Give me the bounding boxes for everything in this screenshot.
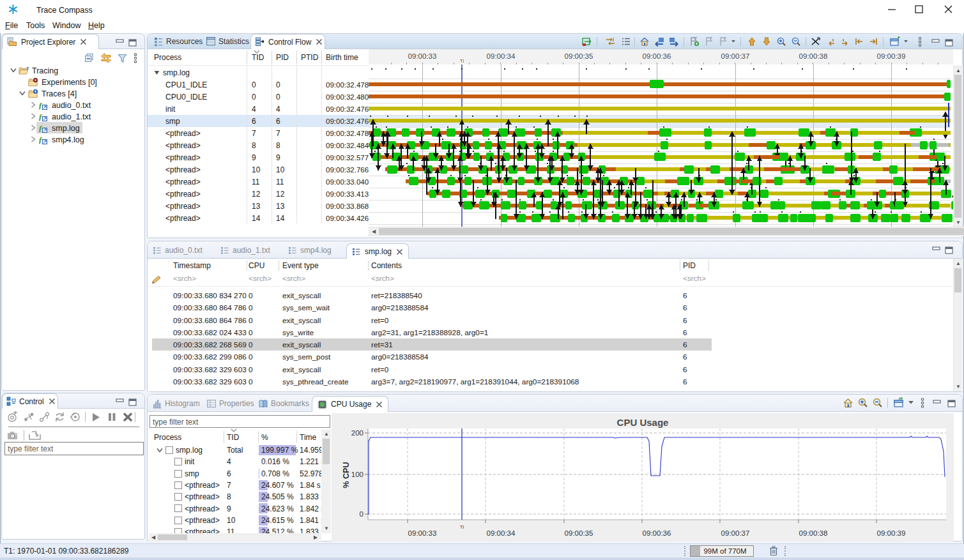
svg-text:09:00:33: 09:00:33 xyxy=(408,529,437,537)
svg-text:09:00:37: 09:00:37 xyxy=(721,52,750,60)
svg-text:09:00:34: 09:00:34 xyxy=(487,529,516,537)
svg-text:09:00:33: 09:00:33 xyxy=(408,52,437,60)
svg-text:0: 0 xyxy=(360,510,363,518)
svg-text:09:00:35: 09:00:35 xyxy=(565,529,593,537)
svg-text:09:00:35: 09:00:35 xyxy=(565,52,593,60)
svg-text:ƒ: ƒ xyxy=(38,101,43,110)
svg-text:09:00:38: 09:00:38 xyxy=(799,52,828,60)
svg-text:09:00:39: 09:00:39 xyxy=(877,52,906,60)
svg-text:T: T xyxy=(26,66,29,72)
svg-text:09:00:36: 09:00:36 xyxy=(643,529,671,537)
svg-text:09:00:36: 09:00:36 xyxy=(643,52,671,60)
svg-text:09:00:37: 09:00:37 xyxy=(721,529,750,537)
svg-text:ƒ: ƒ xyxy=(38,112,43,121)
svg-text:200: 200 xyxy=(351,429,363,437)
svg-text:TI: TI xyxy=(460,525,464,529)
svg-text:09:00:34: 09:00:34 xyxy=(487,52,516,60)
svg-text:ƒ: ƒ xyxy=(38,135,43,144)
svg-text:09:00:39: 09:00:39 xyxy=(877,529,906,537)
svg-text:% CPU: % CPU xyxy=(342,462,351,488)
svg-text:09:00:38: 09:00:38 xyxy=(799,529,828,537)
svg-text:CPU Usage: CPU Usage xyxy=(617,417,669,428)
svg-text:TI: TI xyxy=(460,59,464,63)
svg-text:100: 100 xyxy=(351,471,363,478)
svg-text:ƒ: ƒ xyxy=(38,124,43,133)
